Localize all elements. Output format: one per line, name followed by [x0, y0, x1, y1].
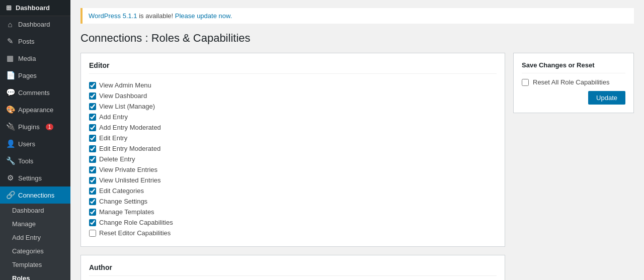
cap-view-dashboard-label: View Dashboard	[99, 92, 147, 100]
conn-templates[interactable]: Templates	[0, 258, 70, 271]
cap-edit-categories-checkbox[interactable]	[89, 188, 96, 195]
cap-view-unlisted-checkbox[interactable]	[89, 177, 96, 184]
cap-view-dashboard-checkbox[interactable]	[89, 92, 96, 100]
sidebar-item-label: Media	[18, 55, 36, 62]
tools-icon: 🔧	[6, 156, 14, 165]
cap-view-private-label: View Private Entries	[99, 166, 157, 173]
wp-version-link[interactable]: WordPress 5.1.1	[89, 12, 137, 20]
author-title: Author	[89, 263, 497, 276]
cap-change-settings-checkbox[interactable]	[89, 198, 96, 205]
plugins-icon: 🔌	[6, 122, 14, 131]
cap-view-unlisted-label: View Unlisted Entries	[99, 176, 161, 184]
cap-view-admin-menu: View Admin Menu	[89, 80, 497, 90]
wp-logo: ⊞ Dashboard	[0, 0, 70, 16]
page-title: Connections : Roles & Capabilities	[80, 32, 634, 45]
cap-edit-entry-moderated-label: Edit Entry Moderated	[99, 145, 160, 152]
sidebar-item-pages[interactable]: 📄 Pages	[0, 67, 70, 84]
conn-dashboard[interactable]: Dashboard	[0, 204, 70, 217]
sidebar-item-appearance[interactable]: 🎨 Appearance	[0, 101, 70, 118]
update-link[interactable]: Please update now.	[175, 12, 232, 20]
cap-edit-categories-label: Edit Categories	[99, 187, 144, 195]
cap-manage-templates-checkbox[interactable]	[89, 209, 96, 216]
cap-add-entry: Add Entry	[89, 112, 497, 122]
sidebar-item-label: Comments	[18, 89, 50, 97]
cap-edit-entry-checkbox[interactable]	[89, 135, 96, 142]
cap-change-settings: Change Settings	[89, 196, 497, 207]
sidebar-item-users[interactable]: 👤 Users	[0, 135, 70, 152]
sidebar-item-tools[interactable]: 🔧 Tools	[0, 152, 70, 169]
sidebar-item-connections[interactable]: 🔗 Connections	[0, 186, 70, 204]
save-card: Save Changes or Reset Reset All Role Cap…	[513, 53, 634, 113]
cap-view-list: View List (Manage)	[89, 101, 497, 112]
cap-view-dashboard: View Dashboard	[89, 90, 497, 101]
save-card-title: Save Changes or Reset	[522, 61, 625, 73]
cap-manage-templates-label: Manage Templates	[99, 208, 154, 216]
cap-change-settings-label: Change Settings	[99, 198, 147, 205]
sidebar-item-plugins[interactable]: 🔌 Plugins 1	[0, 118, 70, 135]
cap-delete-entry-label: Delete Entry	[99, 155, 135, 163]
cap-reset-editor: Reset Editor Capabilities	[89, 228, 497, 238]
cap-edit-entry-moderated-checkbox[interactable]	[89, 145, 96, 152]
main-panel: Editor View Admin Menu View Dashboard Vi…	[80, 53, 505, 280]
conn-add-entry[interactable]: Add Entry	[0, 231, 70, 244]
plugins-badge: 1	[46, 124, 54, 130]
cap-view-list-checkbox[interactable]	[89, 103, 96, 110]
sidebar-item-label: Posts	[18, 38, 35, 45]
cap-edit-entry-moderated: Edit Entry Moderated	[89, 143, 497, 154]
sidebar-item-media[interactable]: ▦ Media	[0, 50, 70, 67]
connections-submenu: Dashboard Manage Add Entry Categories Te…	[0, 204, 70, 280]
conn-roles[interactable]: Roles	[0, 271, 70, 280]
update-button[interactable]: Update	[588, 91, 625, 105]
cap-add-entry-moderated-label: Add Entry Moderated	[99, 124, 161, 131]
author-card: Author View Admin Menu View Dashboard Vi…	[80, 255, 505, 280]
sidebar-item-comments[interactable]: 💬 Comments	[0, 84, 70, 101]
sidebar-item-dashboard[interactable]: ⌂ Dashboard	[0, 16, 70, 33]
side-panel: Save Changes or Reset Reset All Role Cap…	[513, 53, 634, 121]
appearance-icon: 🎨	[6, 105, 14, 114]
update-notice: WordPress 5.1.1 is available! Please upd…	[80, 8, 634, 24]
wp-logo-icon: ⊞	[6, 4, 12, 12]
cap-view-admin-menu-checkbox[interactable]	[89, 82, 96, 89]
cap-edit-categories: Edit Categories	[89, 185, 497, 196]
reset-row: Reset All Role Capabilities	[522, 78, 625, 86]
cap-view-list-label: View List (Manage)	[99, 103, 155, 110]
conn-categories[interactable]: Categories	[0, 244, 70, 258]
editor-card: Editor View Admin Menu View Dashboard Vi…	[80, 53, 505, 247]
cap-reset-editor-label: Reset Editor Capabilities	[99, 229, 171, 237]
layout-row: Editor View Admin Menu View Dashboard Vi…	[80, 53, 634, 280]
cap-view-private: View Private Entries	[89, 164, 497, 175]
reset-all-label: Reset All Role Capabilities	[533, 78, 609, 86]
pages-icon: 📄	[6, 71, 14, 80]
cap-manage-templates: Manage Templates	[89, 207, 497, 217]
media-icon: ▦	[6, 54, 14, 63]
sidebar-item-label: Settings	[18, 174, 42, 182]
conn-manage[interactable]: Manage	[0, 217, 70, 231]
sidebar-item-posts[interactable]: ✎ Posts	[0, 33, 70, 50]
cap-add-entry-checkbox[interactable]	[89, 114, 96, 121]
sidebar-item-settings[interactable]: ⚙ Settings	[0, 169, 70, 186]
wp-logo-label: Dashboard	[16, 4, 50, 12]
cap-add-entry-label: Add Entry	[99, 113, 128, 121]
connections-icon: 🔗	[6, 191, 14, 200]
posts-icon: ✎	[6, 37, 14, 46]
reset-all-checkbox[interactable]	[522, 79, 529, 86]
cap-edit-entry: Edit Entry	[89, 133, 497, 143]
main-content: WordPress 5.1.1 is available! Please upd…	[70, 0, 644, 280]
cap-change-role-checkbox[interactable]	[89, 219, 96, 226]
cap-reset-editor-checkbox[interactable]	[89, 230, 96, 237]
cap-view-private-checkbox[interactable]	[89, 166, 96, 173]
sidebar-item-label: Users	[18, 140, 35, 148]
sidebar: ⊞ Dashboard ⌂ Dashboard ✎ Posts ▦ Media …	[0, 0, 70, 280]
cap-add-entry-moderated: Add Entry Moderated	[89, 122, 497, 133]
cap-view-unlisted: View Unlisted Entries	[89, 175, 497, 185]
dashboard-icon: ⌂	[6, 20, 14, 29]
cap-change-role: Change Role Capabilities	[89, 217, 497, 228]
sidebar-item-label: Connections	[18, 192, 54, 199]
cap-add-entry-moderated-checkbox[interactable]	[89, 124, 96, 131]
comments-icon: 💬	[6, 88, 14, 97]
cap-delete-entry-checkbox[interactable]	[89, 156, 96, 163]
sidebar-item-label: Plugins	[18, 123, 40, 131]
settings-icon: ⚙	[6, 173, 14, 182]
sidebar-item-label: Tools	[18, 157, 33, 165]
cap-edit-entry-label: Edit Entry	[99, 134, 127, 142]
